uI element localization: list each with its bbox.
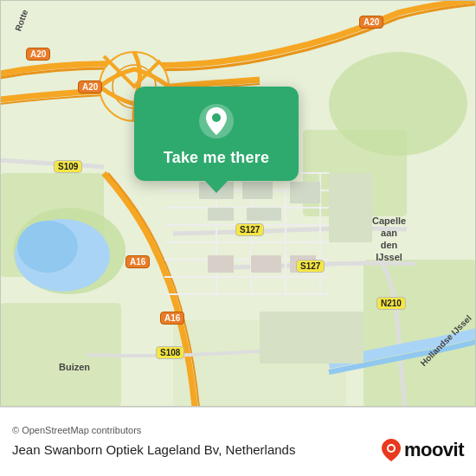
location-pin-icon (197, 102, 235, 140)
svg-rect-28 (290, 182, 320, 203)
svg-point-4 (329, 52, 467, 156)
road-badge-a16-1: A16 (125, 255, 150, 268)
road-badge-s108: S108 (156, 346, 184, 359)
moovit-text: moovit (404, 439, 464, 461)
place-name: Jean Swanborn Optiek Lageland Bv, Nether… (12, 442, 295, 457)
moovit-pin-icon (382, 439, 401, 461)
popup-label: Take me there (164, 149, 269, 167)
road-badge-s127-2: S127 (296, 260, 325, 273)
svg-rect-26 (208, 208, 234, 221)
road-badge-n210: N210 (376, 297, 406, 310)
svg-point-9 (17, 221, 78, 273)
moovit-logo: moovit (382, 439, 464, 461)
attribution: © OpenStreetMap contributors (12, 425, 464, 435)
road-badge-a16-2: A16 (160, 312, 184, 325)
svg-point-36 (212, 113, 221, 122)
road-badge-a20-left: A20 (26, 48, 50, 61)
svg-rect-32 (329, 173, 372, 242)
map-background (0, 0, 476, 407)
map-container: A20 A20 A20 S109 A16 A16 S127 S127 S108 … (0, 0, 476, 407)
road-badge-a20-top: A20 (359, 16, 383, 29)
bottom-row: Jean Swanborn Optiek Lageland Bv, Nether… (12, 439, 464, 461)
road-badge-s109: S109 (54, 160, 82, 173)
svg-point-38 (389, 446, 394, 451)
road-badge-a20-mid: A20 (78, 80, 102, 93)
road-badge-s127-1: S127 (235, 223, 264, 236)
svg-rect-27 (247, 208, 281, 221)
svg-rect-30 (251, 255, 281, 273)
svg-rect-33 (260, 312, 363, 363)
svg-rect-25 (242, 182, 273, 199)
bottom-bar: © OpenStreetMap contributors Jean Swanbo… (0, 407, 476, 476)
location-popup[interactable]: Take me there (134, 87, 299, 181)
svg-rect-29 (208, 255, 234, 273)
